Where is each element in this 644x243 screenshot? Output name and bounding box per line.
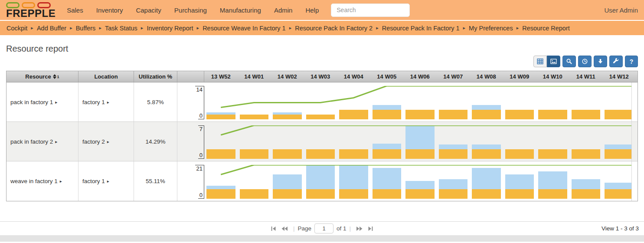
pager-divider: | [350, 225, 351, 232]
breadcrumb-item-resource-pack-in-factory-2[interactable]: Resource Pack In Factory 2 [295, 25, 373, 32]
chart-cell [204, 122, 631, 161]
menu-item-sales[interactable]: Sales [67, 7, 83, 14]
resource-cell: weave in factory 1▸ [7, 161, 78, 201]
utilization-chart [204, 86, 631, 119]
wrench-icon [613, 58, 619, 65]
page-count-label: of 1 [337, 225, 347, 232]
y-axis-min-label: 0 [198, 192, 204, 199]
bar-load [605, 110, 631, 119]
week-header: 14 W02 [271, 73, 304, 80]
graph-view-button[interactable] [547, 56, 560, 67]
breadcrumb-item-resource-report[interactable]: Resource Report [522, 25, 570, 32]
breadcrumb-separator-icon: ▸ [31, 25, 33, 31]
menu-item-purchasing[interactable]: Purchasing [174, 7, 207, 14]
breadcrumb-item-resource-pack-in-factory-1[interactable]: Resource Pack In Factory 1 [382, 25, 460, 32]
chart-bucket [602, 165, 631, 199]
bar-overload [306, 165, 335, 189]
user-menu[interactable]: User Admin [604, 7, 638, 14]
next-page-button[interactable] [356, 226, 363, 232]
bar-load [439, 189, 468, 199]
resource-link[interactable]: pack in factory 1 [10, 99, 53, 105]
bar-overload [538, 171, 567, 189]
chart-bucket [271, 86, 304, 119]
chart-bucket [569, 165, 603, 199]
breadcrumb-item-task-status[interactable]: Task Status [105, 25, 137, 32]
bar-overload [373, 144, 402, 149]
column-header-utilization[interactable]: Utilization % [134, 71, 177, 82]
bar-load [505, 110, 534, 119]
bar-load [605, 149, 631, 159]
breadcrumb-item-my-preferences[interactable]: My Preferences [469, 25, 513, 32]
context-menu-trigger-icon[interactable]: ▸ [55, 100, 57, 105]
time-buckets-button[interactable] [578, 56, 592, 67]
bar-overload [405, 125, 435, 149]
main-menu: SalesInventoryCapacityPurchasingManufact… [67, 7, 319, 14]
sort-icon [53, 74, 56, 79]
customize-button[interactable] [609, 56, 623, 67]
breadcrumb-separator-icon: ▸ [289, 25, 292, 31]
column-header-resource[interactable]: Resource 1 [7, 71, 78, 82]
y-axis-max-label: 7 [198, 125, 204, 132]
chart-bucket [470, 86, 503, 119]
location-link[interactable]: factory 1 [82, 178, 105, 184]
bar-overload [605, 144, 631, 149]
bar-load [206, 149, 235, 159]
menu-item-manufacturing[interactable]: Manufacturing [220, 7, 261, 14]
menu-item-inventory[interactable]: Inventory [96, 7, 123, 14]
help-button[interactable]: ? [625, 56, 638, 67]
breadcrumb-item-cockpit[interactable]: Cockpit [7, 25, 27, 32]
row-end-spacer [631, 82, 637, 122]
bar-load [472, 149, 501, 159]
bar-load [405, 149, 435, 159]
breadcrumb-item-resource-weave-in-factory-1[interactable]: Resource Weave In Factory 1 [203, 25, 286, 32]
page-number-input[interactable] [314, 223, 333, 233]
context-menu-trigger-icon[interactable]: ▸ [107, 179, 109, 184]
prev-page-icon [281, 226, 288, 232]
context-menu-trigger-icon[interactable]: ▸ [107, 100, 109, 105]
context-menu-trigger-icon[interactable]: ▸ [55, 139, 57, 144]
location-cell: factory 1▸ [78, 161, 134, 201]
row-end-spacer [631, 122, 637, 161]
context-menu-trigger-icon[interactable]: ▸ [107, 139, 109, 144]
search-button[interactable] [562, 56, 576, 67]
menu-item-help[interactable]: Help [305, 7, 319, 14]
menu-item-admin[interactable]: Admin [274, 7, 293, 14]
breadcrumb-item-buffers[interactable]: Buffers [76, 25, 96, 32]
next-page-icon [356, 226, 363, 232]
frepple-logo[interactable]: FREPPLE [6, 2, 56, 18]
top-navbar: FREPPLE SalesInventoryCapacityPurchasing… [0, 0, 644, 21]
table-view-button[interactable] [533, 56, 547, 67]
download-arrow-icon [597, 58, 604, 65]
chart-bucket [536, 86, 569, 119]
breadcrumb-item-inventory-report[interactable]: Inventory Report [147, 25, 193, 32]
bar-load [306, 115, 335, 119]
breadcrumb-item-add-buffer[interactable]: Add Buffer [37, 25, 66, 32]
bar-load [538, 189, 567, 199]
prev-page-button[interactable] [281, 226, 288, 232]
chart-bucket [536, 165, 569, 199]
last-page-button[interactable] [367, 226, 373, 232]
bar-overload [605, 183, 631, 189]
y-axis-min-label: 0 [198, 152, 204, 159]
chart-bucket [370, 125, 404, 159]
sort-order-badge: 1 [57, 75, 59, 79]
location-link[interactable]: factory 2 [82, 138, 105, 145]
search-input[interactable] [331, 3, 410, 17]
resource-link[interactable]: weave in factory 1 [10, 178, 58, 184]
location-link[interactable]: factory 1 [82, 99, 105, 105]
page-title: Resource report [6, 44, 638, 54]
view-range-label: View 1 - 3 of 3 [602, 225, 639, 232]
export-button[interactable] [594, 56, 607, 67]
menu-item-capacity[interactable]: Capacity [136, 7, 161, 14]
first-page-button[interactable] [271, 226, 277, 232]
bar-load [306, 189, 335, 199]
resource-link[interactable]: pack in factory 2 [10, 138, 53, 145]
column-header-location[interactable]: Location [78, 71, 134, 82]
chart-y-axis: 70 [177, 122, 204, 161]
bar-overload [339, 165, 368, 189]
utilization-chart [204, 125, 631, 159]
bar-load [605, 189, 631, 199]
chart-bucket [403, 125, 437, 159]
context-menu-trigger-icon[interactable]: ▸ [60, 179, 62, 184]
week-header: 14 W10 [536, 73, 569, 80]
